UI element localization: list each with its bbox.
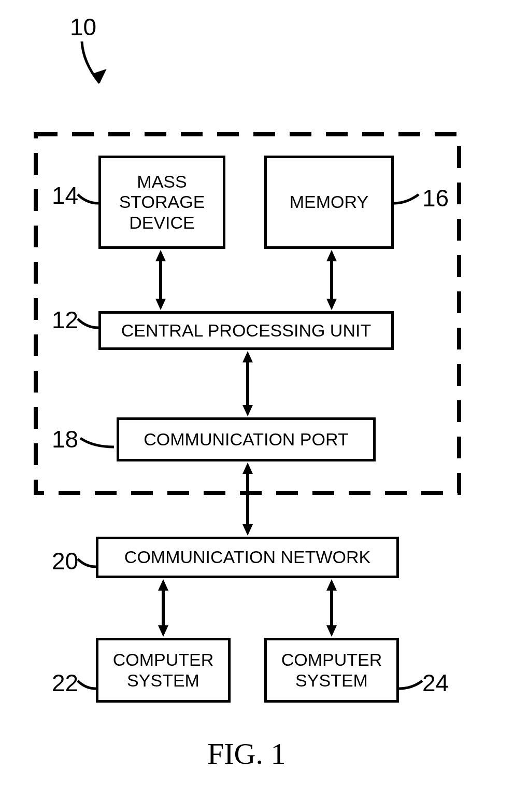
diagram-canvas: 10 MASS STORAGE DEVICE 14 MEMORY 16 CENT…	[0, 0, 514, 812]
connectors	[0, 0, 514, 812]
figure-label: FIG. 1	[207, 736, 285, 771]
